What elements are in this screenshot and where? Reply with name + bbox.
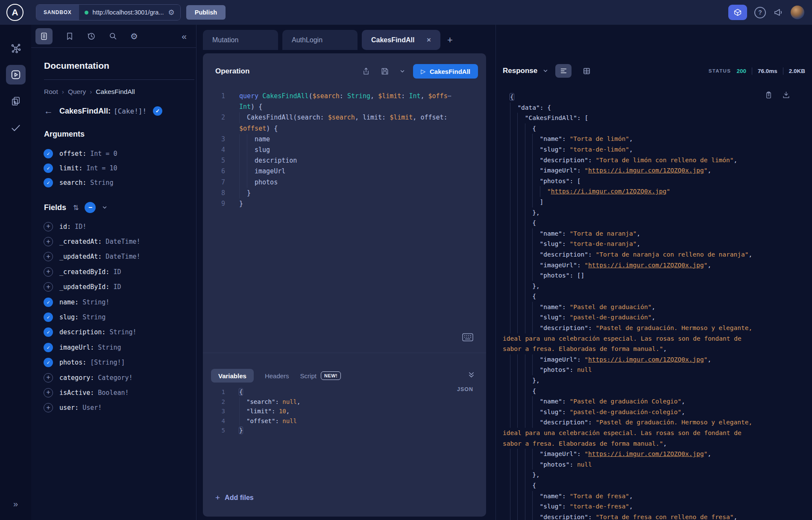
field-add-toggle[interactable]: + — [44, 282, 53, 292]
keyboard-shortcuts-icon[interactable] — [462, 333, 473, 342]
field-selected-toggle[interactable]: ✓ — [44, 358, 53, 367]
field-add-toggle[interactable]: + — [44, 252, 53, 261]
field-add-toggle[interactable]: + — [44, 403, 53, 412]
indent-guide — [525, 218, 532, 228]
code-token: : — [562, 409, 569, 415]
tab-mutation[interactable]: Mutation — [203, 30, 278, 50]
user-avatar[interactable] — [791, 6, 804, 19]
publish-button[interactable]: Publish — [186, 5, 226, 20]
collapse-variables-icon[interactable] — [468, 371, 475, 378]
variables-tab-variables[interactable]: Variables — [211, 369, 254, 383]
variables-tab-headers[interactable]: Headers — [265, 372, 289, 380]
breadcrumb-item[interactable]: Query — [68, 88, 86, 96]
doc-tab-documentation[interactable] — [35, 28, 53, 44]
indent-guide — [532, 176, 539, 187]
doc-settings-icon[interactable]: ⚙ — [130, 32, 138, 41]
tab-authlogin[interactable]: AuthLogin — [282, 30, 358, 50]
apollo-sandbox-window: A SANDBOX http://localhost:3001/gra... ⚙… — [0, 0, 812, 520]
code-token: ] — [540, 199, 544, 205]
close-tab-icon[interactable]: × — [427, 36, 431, 44]
indent-guide — [525, 197, 532, 207]
help-button[interactable]: ? — [754, 7, 766, 18]
chevron-down-icon[interactable] — [102, 204, 108, 210]
response-view-json-toggle[interactable] — [555, 64, 572, 78]
field-selected-toggle[interactable]: ✓ — [44, 298, 53, 307]
field-selected-toggle[interactable]: ✓ — [44, 343, 53, 352]
variables-editor[interactable]: 1{2"search": null,3"limit": 10,4"offset"… — [203, 387, 482, 435]
indent-guide — [517, 459, 525, 470]
variables-line: 5} — [203, 426, 482, 435]
code-token: } — [247, 189, 251, 197]
breadcrumb-item[interactable]: CakesFindAll — [96, 88, 135, 96]
field-add-toggle[interactable]: + — [44, 222, 53, 231]
collapse-panel-icon[interactable]: « — [182, 31, 187, 41]
json-line: "photos": null — [503, 365, 812, 375]
indent-guide — [510, 386, 517, 397]
code-token: { — [532, 482, 536, 489]
code-token: }, — [532, 377, 539, 384]
save-icon[interactable] — [381, 67, 389, 76]
response-url-link[interactable]: https://i.imgur.com/1ZQZQ0x.jpg — [588, 167, 704, 174]
code-token: , — [663, 440, 667, 447]
deselect-all-fields-button[interactable]: − — [85, 202, 96, 213]
indent-guide — [239, 112, 247, 123]
field-add-toggle[interactable]: + — [44, 237, 53, 246]
sandbox-app-button[interactable] — [728, 5, 747, 20]
sidebar-item-schema[interactable] — [0, 35, 31, 61]
code-line: 5description — [203, 155, 482, 166]
rail-expand-button[interactable]: » — [13, 499, 18, 509]
tab-cakesfindall[interactable]: CakesFindAll× — [362, 30, 440, 50]
field-selected-toggle[interactable]: ✓ — [44, 313, 53, 322]
sidebar-item-explorer[interactable] — [0, 61, 31, 88]
sidebar-item-checks[interactable] — [0, 114, 31, 141]
field-add-toggle[interactable]: + — [44, 388, 53, 397]
endpoint-url-field[interactable]: http://localhost:3001/gra... ⚙ — [79, 5, 180, 20]
sort-fields-icon[interactable]: ⇅ — [73, 204, 79, 212]
code-token: CakesFindAll — [262, 92, 308, 100]
field-selected-toggle[interactable]: ✓ — [44, 164, 53, 173]
endpoint-settings-icon[interactable]: ⚙ — [168, 9, 174, 16]
download-response-icon[interactable] — [782, 91, 790, 99]
code-token: "Torta de limón con relleno de limón" — [596, 157, 734, 164]
endpoint-pill[interactable]: SANDBOX http://localhost:3001/gra... ⚙ — [36, 4, 181, 20]
field-selected-toggle[interactable]: ✓ — [44, 178, 53, 187]
history-icon[interactable] — [87, 32, 96, 41]
back-arrow-icon[interactable]: ← — [44, 106, 53, 116]
indent-guide — [510, 480, 517, 491]
indent-guide — [517, 302, 525, 313]
response-view-table-toggle[interactable] — [578, 64, 595, 78]
indent-guide — [517, 281, 525, 292]
field-add-toggle[interactable]: + — [44, 267, 53, 277]
json-line: "photos": null — [503, 459, 812, 470]
search-icon[interactable] — [108, 32, 117, 41]
response-json-viewer[interactable]: {"data": {"CakesFindAll": [{"name": "Tor… — [503, 92, 812, 520]
response-chevron-icon[interactable] — [542, 68, 548, 74]
new-tab-button[interactable]: + — [445, 30, 455, 50]
code-token: : — [588, 419, 595, 426]
add-files-button[interactable]: + Add files — [215, 493, 254, 502]
share-icon[interactable] — [362, 67, 370, 76]
response-url-link[interactable]: https://i.imgur.com/1ZQZQ0x.jpg — [588, 450, 704, 457]
breadcrumb-item[interactable]: Root — [44, 88, 58, 96]
field-add-toggle[interactable]: + — [44, 373, 53, 383]
line-number: 5 — [203, 155, 225, 166]
megaphone-icon[interactable] — [773, 7, 783, 18]
response-url-link[interactable]: https://i.imgur.com/1ZQZQ0x.jpg — [588, 262, 704, 269]
copy-response-icon[interactable] — [765, 91, 773, 99]
indent-guide — [525, 470, 532, 480]
indent-guide — [525, 354, 532, 365]
operation-editor[interactable]: 1query CakesFindAll($search: String, $li… — [203, 91, 482, 209]
field-selected-toggle[interactable]: ✓ — [44, 149, 53, 158]
run-operation-button[interactable]: ▷ CakesFindAll — [413, 64, 478, 79]
save-options-chevron-icon[interactable] — [399, 68, 405, 74]
response-url-link[interactable]: https://i.imgur.com/1ZQZQ0x.jpg — [551, 188, 667, 195]
response-url-link[interactable]: https://i.imgur.com/1ZQZQ0x.jpg — [588, 356, 704, 363]
indent-guide — [532, 501, 539, 512]
line-number: 3 — [203, 134, 225, 145]
variables-tab-script[interactable]: Script — [300, 372, 317, 380]
bookmark-icon[interactable] — [65, 32, 74, 41]
sidebar-item-changelog[interactable] — [0, 88, 31, 114]
field-name: name: — [59, 298, 79, 306]
field-selected-badge[interactable]: ✓ — [153, 106, 162, 116]
field-selected-toggle[interactable]: ✓ — [44, 327, 53, 337]
